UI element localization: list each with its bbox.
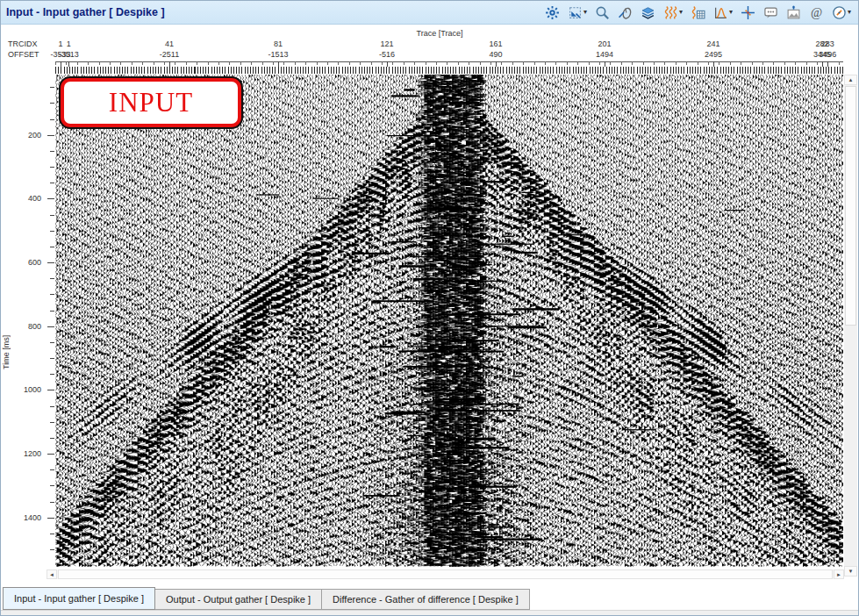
at-symbol-icon[interactable]: @ bbox=[809, 5, 824, 20]
view-capture-icon[interactable]: ▾ bbox=[568, 5, 587, 20]
time-axis: Time [ms] 200400600800100012001400 bbox=[1, 75, 55, 567]
trace-axis-major-tick bbox=[387, 61, 388, 67]
time-axis-minor-tick bbox=[50, 215, 54, 216]
tab-input[interactable]: Input - Input gather [ Despike ] bbox=[3, 587, 155, 610]
zoom-icon[interactable] bbox=[595, 5, 610, 20]
trcidx-tick-label: 81 bbox=[274, 39, 283, 48]
time-axis-major-tick bbox=[47, 262, 54, 263]
wiggle-display-icon[interactable]: ▾ bbox=[663, 5, 683, 20]
wiggle-grid-icon[interactable] bbox=[691, 5, 705, 20]
tab-difference[interactable]: Difference - Gather of difference [ Desp… bbox=[322, 589, 530, 610]
offset-tick-label: 3496 bbox=[819, 50, 836, 59]
time-axis-minor-tick bbox=[50, 278, 54, 279]
time-axis-major-tick bbox=[47, 135, 54, 136]
time-axis-minor-tick bbox=[50, 247, 54, 247]
scroll-up-button[interactable]: ▲ bbox=[844, 75, 857, 85]
offset-row-label: OFFSET bbox=[8, 50, 39, 59]
trace-axis-major-tick bbox=[61, 61, 61, 67]
application-window: Input - Input gather [ Despike ] ▾▾▾@▾ T… bbox=[0, 0, 859, 616]
time-tick-label: 400 bbox=[28, 194, 41, 203]
time-axis-minor-tick bbox=[50, 167, 54, 168]
time-axis-minor-tick bbox=[50, 294, 54, 295]
offset-tick-label: -2511 bbox=[160, 50, 179, 59]
trace-axis-minor-ticks bbox=[55, 61, 843, 65]
trcidx-tick-label: 121 bbox=[380, 39, 393, 48]
trcidx-tick-label: 283 bbox=[821, 39, 834, 48]
time-axis-title: Time [ms] bbox=[2, 290, 11, 369]
trace-axis-title: Trace [Trace] bbox=[417, 29, 463, 38]
time-tick-label: 800 bbox=[28, 322, 41, 331]
dropdown-caret-icon[interactable]: ▾ bbox=[679, 9, 683, 16]
vertical-scrollbar-thumb[interactable] bbox=[845, 86, 856, 326]
time-axis-minor-tick bbox=[50, 438, 54, 439]
dropdown-caret-icon[interactable]: ▾ bbox=[848, 9, 851, 16]
trace-axis-major-tick bbox=[822, 61, 823, 67]
compass-icon[interactable]: ▾ bbox=[832, 5, 851, 20]
trace-axis-major-tick bbox=[169, 61, 170, 67]
offset-tick-label: 1494 bbox=[596, 50, 613, 59]
time-axis-minor-tick bbox=[50, 469, 54, 470]
time-axis-minor-tick bbox=[50, 534, 54, 534]
crosshair-icon[interactable] bbox=[741, 5, 755, 20]
dropdown-caret-icon[interactable]: ▾ bbox=[583, 9, 587, 16]
comment-icon[interactable] bbox=[763, 5, 778, 20]
time-axis-major-tick bbox=[47, 390, 54, 390]
time-axis-minor-tick bbox=[50, 103, 54, 104]
trcidx-tick-label: 1 bbox=[67, 39, 71, 48]
trace-axis-dense-ticks bbox=[55, 67, 843, 74]
layers-icon[interactable] bbox=[641, 5, 655, 20]
time-axis-minor-tick bbox=[50, 183, 54, 183]
time-axis-minor-tick bbox=[50, 342, 54, 343]
offset-tick-label: 490 bbox=[489, 50, 502, 59]
trace-axis-major-tick bbox=[605, 61, 605, 67]
svg-text:@: @ bbox=[811, 5, 822, 19]
trace-axis-major-tick bbox=[713, 61, 714, 67]
time-axis-minor-tick bbox=[50, 422, 54, 423]
trace-axis-major-tick bbox=[68, 61, 69, 67]
time-tick-label: 200 bbox=[28, 131, 41, 140]
mouse-pick-icon[interactable] bbox=[618, 5, 633, 20]
panel-title-bar: Input - Input gather [ Despike ] ▾▾▾@▾ bbox=[1, 1, 858, 25]
image-export-icon[interactable] bbox=[786, 5, 801, 20]
time-axis-minor-tick bbox=[50, 374, 54, 375]
time-tick-label: 1000 bbox=[24, 385, 41, 394]
trace-axis-major-tick bbox=[827, 61, 828, 67]
trcidx-tick-label: 241 bbox=[706, 39, 719, 48]
time-axis-minor-tick bbox=[50, 311, 54, 312]
spectrum-peak-icon[interactable]: ▾ bbox=[713, 5, 733, 20]
time-axis-minor-tick bbox=[50, 502, 54, 503]
dropdown-caret-icon[interactable]: ▾ bbox=[729, 9, 733, 16]
time-axis-minor-tick bbox=[50, 485, 54, 486]
time-axis-major-tick bbox=[47, 198, 54, 199]
time-axis-minor-tick bbox=[50, 549, 54, 550]
offset-tick-label: 2495 bbox=[705, 50, 722, 59]
offset-tick-label: -3513 bbox=[59, 50, 79, 59]
scroll-right-button[interactable]: ► bbox=[834, 569, 844, 579]
view-tabs: Input - Input gather [ Despike ]Output -… bbox=[3, 587, 530, 610]
seismic-canvas[interactable] bbox=[55, 75, 843, 567]
trcidx-tick-label: 1 bbox=[58, 39, 62, 48]
time-axis-minor-tick bbox=[50, 87, 54, 88]
time-tick-label: 600 bbox=[28, 258, 41, 267]
settings-gear-icon[interactable] bbox=[545, 5, 560, 20]
time-axis-minor-tick bbox=[50, 151, 54, 152]
offset-tick-label: -516 bbox=[379, 50, 395, 59]
trace-axis-major-tick bbox=[496, 61, 497, 67]
time-axis-minor-tick bbox=[50, 406, 54, 407]
scroll-left-button[interactable]: ◄ bbox=[47, 569, 57, 579]
trcidx-row-label: TRCIDX bbox=[8, 39, 38, 48]
horizontal-scrollbar-thumb[interactable] bbox=[58, 569, 833, 579]
toolbar: ▾▾▾@▾ bbox=[545, 5, 858, 20]
input-annotation-label: INPUT bbox=[61, 78, 241, 127]
time-axis-minor-tick bbox=[50, 358, 54, 359]
time-axis-major-tick bbox=[47, 518, 54, 519]
tab-output[interactable]: Output - Output gather [ Despike ] bbox=[155, 589, 322, 610]
time-axis-minor-tick bbox=[50, 231, 54, 232]
trace-axis-major-tick bbox=[278, 61, 279, 67]
trcidx-tick-label: 41 bbox=[165, 39, 174, 48]
time-axis-major-tick bbox=[47, 454, 54, 455]
time-axis-major-tick bbox=[47, 326, 54, 327]
scroll-down-button[interactable]: ▼ bbox=[844, 566, 857, 577]
bottom-strip bbox=[1, 610, 858, 616]
trcidx-tick-label: 201 bbox=[598, 39, 611, 48]
